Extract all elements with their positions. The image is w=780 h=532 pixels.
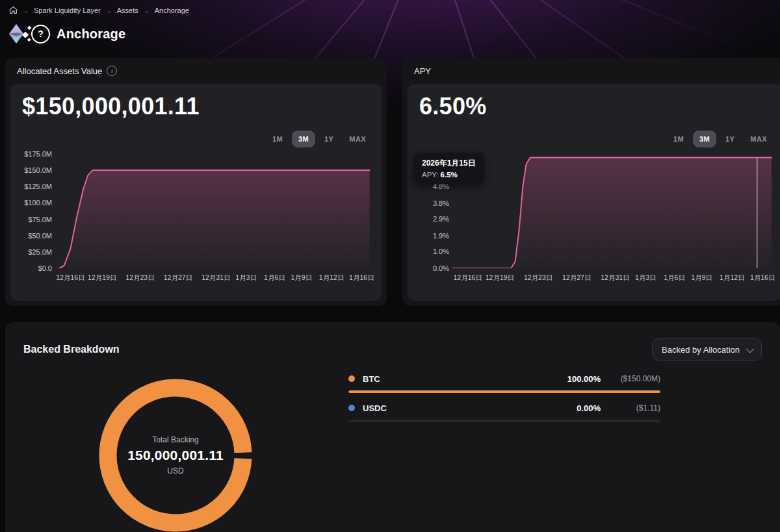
x-axis-labels: 12月16日12月19日12月23日12月27日12月31日1月3日1月6日1月… (55, 272, 371, 283)
chevron-down-icon (746, 344, 755, 353)
range-button-3m[interactable]: 3M (292, 131, 315, 147)
breadcrumb-item-spark-liquidity-layer[interactable]: Spark Liquidity Layer (34, 6, 101, 14)
anchorage-logo: ◆◆◆ (8, 23, 50, 44)
range-selector: 1M 3M 1Y MAX (667, 131, 774, 147)
apy-card: APY 6.50% 1M 3M 1Y MAX 2026年1月15日 APY:6.… (402, 58, 780, 306)
asset-percent: 100.00% (567, 374, 601, 384)
info-icon[interactable] (107, 66, 117, 76)
asset-amount: ($1.11) (601, 403, 660, 412)
range-selector: 1M 3M 1Y MAX (266, 131, 372, 147)
range-button-1m[interactable]: 1M (266, 131, 289, 147)
asset-name: BTC (363, 374, 567, 384)
dropdown-selected-value: Backed by Allocation (662, 345, 740, 355)
legend-group-usdc: USDC 0.00% ($1.11) (348, 399, 660, 422)
donut-svg[interactable] (98, 377, 254, 532)
backed-breakdown-section: Backed Breakdown Backed by Allocation To… (5, 322, 780, 532)
range-button-1y[interactable]: 1Y (719, 131, 741, 147)
backed-breakdown-title: Backed Breakdown (23, 344, 120, 355)
breadcrumb-arrow-icon: → (22, 6, 29, 14)
home-icon[interactable] (9, 6, 18, 14)
usdc-progress-bar (348, 420, 660, 422)
chart-tooltip: 2026年1月15日 APY:6.5% (414, 153, 484, 184)
apy-card-body: 6.50% 1M 3M 1Y MAX 2026年1月15日 APY:6.5% 4… (408, 84, 780, 301)
btc-progress-bar (348, 390, 660, 393)
breadcrumb-item-anchorage[interactable]: Anchorage (155, 6, 189, 14)
usdc-dot-icon (348, 405, 355, 411)
backing-donut-chart[interactable]: Total Backing 150,000,001.11 USD (98, 377, 254, 532)
spark-sparkles-icon: ◆◆◆ (22, 24, 32, 44)
metric-cards-row: Allocated Assets Value $150,000,001.11 1… (5, 58, 780, 306)
range-button-3m[interactable]: 3M (693, 131, 716, 147)
backing-legend: BTC 100.00% ($150.00M) USDC 0.00% ($1.11… (348, 370, 660, 422)
apy-value: 6.50% (419, 93, 487, 120)
page-header: ◆◆◆ Anchorage (8, 21, 780, 47)
backed-breakdown-header: Backed Breakdown Backed by Allocation (23, 339, 762, 360)
allocated-assets-chart[interactable]: $175.0M$150.0M$125.0M$100.0M$75.0M$50.0M… (13, 151, 372, 299)
y-axis-labels: $175.0M$150.0M$125.0M$100.0M$75.0M$50.0M… (13, 151, 52, 299)
asset-percent: 0.00% (577, 403, 601, 413)
breadcrumb-arrow-icon: → (105, 6, 112, 14)
legend-row-btc[interactable]: BTC 100.00% ($150.00M) (348, 370, 660, 387)
breadcrumb-item-assets[interactable]: Assets (117, 6, 138, 14)
page-title: Anchorage (57, 27, 125, 42)
tooltip-date: 2026年1月15日 (422, 158, 476, 169)
range-button-1y[interactable]: 1Y (318, 131, 340, 147)
legend-group-btc: BTC 100.00% ($150.00M) (348, 370, 660, 393)
breadcrumb: → Spark Liquidity Layer → Assets → Ancho… (0, 0, 780, 14)
x-axis-labels: 12月16日12月19日12月23日12月27日12月31日1月3日1月6日1月… (452, 272, 772, 283)
tooltip-apy-row: APY:6.5% (422, 171, 476, 179)
breadcrumb-arrow-icon: → (143, 6, 150, 14)
apy-card-header: APY (402, 58, 780, 84)
range-button-max[interactable]: MAX (343, 131, 372, 147)
chart-plot[interactable] (452, 154, 772, 268)
unknown-token-icon (31, 25, 50, 44)
legend-row-usdc[interactable]: USDC 0.00% ($1.11) (348, 399, 660, 416)
chart-plot[interactable] (55, 154, 371, 268)
asset-amount: ($150.00M) (601, 374, 660, 383)
backed-by-dropdown[interactable]: Backed by Allocation (652, 338, 762, 361)
range-button-max[interactable]: MAX (744, 131, 774, 147)
allocated-assets-title: Allocated Assets Value (17, 66, 102, 76)
allocated-assets-card-body: $150,000,001.11 1M 3M 1Y MAX $175.0M$150… (10, 84, 382, 301)
allocated-assets-card: Allocated Assets Value $150,000,001.11 1… (5, 58, 387, 306)
range-button-1m[interactable]: 1M (667, 131, 690, 147)
asset-name: USDC (363, 403, 577, 413)
allocated-assets-value: $150,000,001.11 (22, 93, 200, 120)
backed-breakdown-body: Total Backing 150,000,001.11 USD BTC 100… (23, 370, 762, 532)
btc-dot-icon (348, 375, 355, 382)
apy-title: APY (414, 66, 431, 76)
allocated-assets-card-header: Allocated Assets Value (5, 58, 387, 84)
